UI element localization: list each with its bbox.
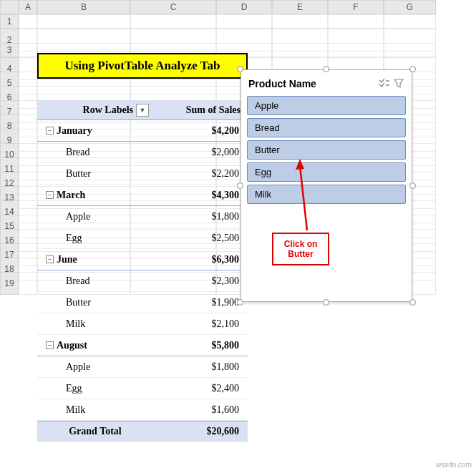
svg-line-0 [300,166,307,230]
pivot-label-cell[interactable]: Apple [37,361,153,373]
filter-dropdown-icon[interactable]: ▼ [136,104,149,117]
pivot-row[interactable]: Milk$2,100 [37,313,248,335]
column-header[interactable]: B [37,0,130,14]
grid-cell[interactable] [272,14,328,29]
grid-cell[interactable] [19,43,37,57]
collapse-icon[interactable]: − [46,255,54,263]
grid-cell[interactable] [328,14,384,29]
pivot-row[interactable]: Grand Total$20,600 [37,421,248,442]
resize-handle-icon[interactable] [409,66,416,72]
pivot-label-cell[interactable]: Grand Total [37,426,153,437]
slicer-item[interactable]: Egg [247,162,406,182]
collapse-icon[interactable]: − [46,191,54,199]
grid-cell[interactable] [384,43,436,57]
pivot-value-cell[interactable]: $4,200 [153,125,248,137]
pivot-row[interactable]: −March$4,300 [37,185,248,206]
column-header[interactable]: C [130,0,216,14]
pivot-value-cell[interactable]: $1,800 [153,211,248,223]
pivot-row[interactable]: −August$5,800 [37,335,248,356]
pivot-label-cell[interactable]: −March [37,190,153,201]
pivot-value-cell[interactable]: $20,600 [153,426,248,437]
pivot-row[interactable]: Apple$1,800 [37,206,248,228]
grid-cell[interactable] [37,14,130,29]
callout-box: Click on Butter [272,233,329,265]
pivot-value-cell[interactable]: $1,800 [153,361,248,373]
clear-filter-icon[interactable] [392,79,406,89]
pivot-label-cell[interactable]: Apple [37,211,153,223]
pivot-label-cell[interactable]: Egg [37,233,153,244]
pivot-row[interactable]: Apple$1,800 [37,356,248,378]
watermark-text: wsxdn.com [436,461,472,469]
resize-handle-icon[interactable] [237,66,243,72]
pivot-row[interactable]: Bread$2,000 [37,142,248,163]
grid-cell[interactable] [384,14,436,29]
pivot-value-cell[interactable]: $2,200 [153,168,248,180]
slicer-item[interactable]: Bread [247,118,406,137]
column-header[interactable]: E [272,0,328,14]
pivot-value-cell[interactable]: $4,300 [153,190,248,201]
grid-cell[interactable] [19,272,37,295]
pivot-label-cell[interactable]: Egg [37,383,153,394]
pivot-label-cell[interactable]: −January [37,125,153,137]
grid-cell[interactable] [130,14,216,29]
grid-cell[interactable] [328,43,384,57]
grid-cell[interactable] [19,14,37,29]
column-header[interactable]: F [328,0,384,14]
resize-handle-icon[interactable] [237,299,243,306]
pivot-row[interactable]: Egg$2,400 [37,378,248,399]
pivot-row[interactable]: Egg$2,500 [37,228,248,249]
pivot-value-cell[interactable]: $2,100 [153,318,248,330]
grid-cell[interactable] [272,43,328,57]
page-title: Using PivotTable Analyze Tab [37,53,248,79]
row-header[interactable]: 19 [0,272,19,295]
pivot-label-text: Egg [66,233,82,244]
pivot-label-cell[interactable]: Milk [37,318,153,330]
pivot-row[interactable]: −June$6,300 [37,249,248,270]
pivot-value-cell[interactable]: $1,600 [153,404,248,416]
pivot-label-cell[interactable]: Butter [37,297,153,308]
pivot-value-cell[interactable]: $2,400 [153,383,248,394]
grid-cell[interactable] [216,14,272,29]
pivot-value-cell[interactable]: $1,900 [153,297,248,308]
row-header[interactable]: 3 [0,43,19,57]
column-header[interactable] [0,0,19,14]
column-header[interactable]: G [384,0,436,14]
pivot-row[interactable]: −January$4,200 [37,120,248,142]
pivot-value-cell[interactable]: $2,500 [153,233,248,244]
resize-handle-icon[interactable] [323,299,329,306]
pivot-value-cell[interactable]: $2,000 [153,147,248,158]
pivot-value-cell[interactable]: $5,800 [153,340,248,351]
pivot-label-text: Apple [66,361,90,373]
resize-handle-icon[interactable] [237,182,243,189]
pivot-value-cell[interactable]: $2,300 [153,275,248,287]
pivot-table[interactable]: Row Labels ▼ Sum of Sales −January$4,200… [37,100,248,442]
pivot-label-cell[interactable]: −June [37,254,153,265]
pivot-row[interactable]: Butter$2,200 [37,163,248,185]
pivot-label-cell[interactable]: Butter [37,168,153,180]
resize-handle-icon[interactable] [323,66,329,72]
slicer-item[interactable]: Milk [247,185,406,204]
resize-handle-icon[interactable] [409,299,416,306]
pivot-label-cell[interactable]: Milk [37,404,153,416]
collapse-icon[interactable]: − [46,127,54,135]
pivot-value-cell[interactable]: $6,300 [153,254,248,265]
pivot-label-cell[interactable]: Bread [37,275,153,287]
pivot-body: −January$4,200Bread$2,000Butter$2,200−Ma… [37,120,248,442]
pivot-label-cell[interactable]: −August [37,340,153,351]
pivot-row[interactable]: Milk$1,600 [37,399,248,421]
resize-handle-icon[interactable] [409,182,416,189]
pivot-label-text: March [57,190,85,201]
slicer-item[interactable]: Butter [247,140,406,160]
slicer-container[interactable]: Product Name AppleBreadButterEggMilk [241,69,412,302]
multi-select-icon[interactable] [377,79,392,89]
slicer-item[interactable]: Apple [247,96,406,115]
pivot-row[interactable]: Butter$1,900 [37,292,248,313]
column-header[interactable]: D [216,0,272,14]
product-slicer: Product Name AppleBreadButterEggMilk [241,69,412,302]
collapse-icon[interactable]: − [46,341,54,349]
pivot-label-text: August [57,340,87,351]
row-header[interactable]: 1 [0,14,19,29]
pivot-label-cell[interactable]: Bread [37,147,153,158]
column-header[interactable]: A [19,0,37,14]
pivot-row[interactable]: Bread$2,300 [37,270,248,292]
